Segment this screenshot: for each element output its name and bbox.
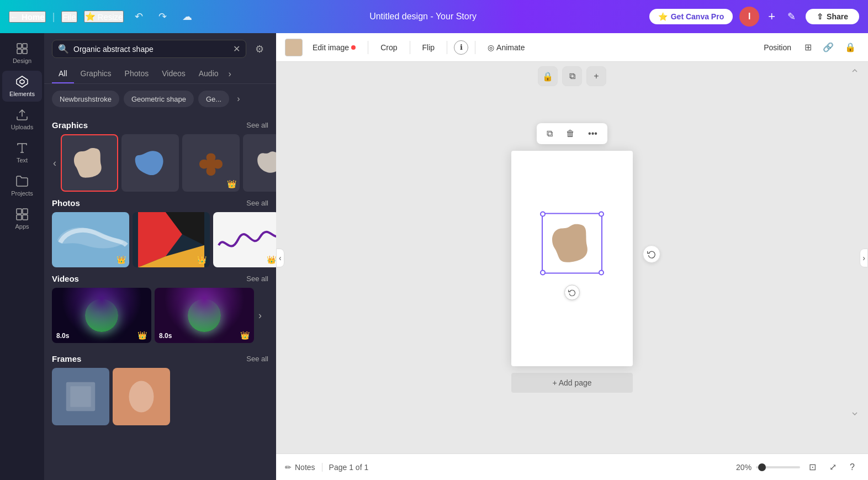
search-bar: 🔍 ✕ ⚙ [44,33,276,65]
suggestions-row: Newbrushstroke Geometric shape Ge... › [44,84,276,114]
tab-photos[interactable]: Photos [118,65,156,83]
video-item-1[interactable]: 8.0s 👑 [52,288,151,343]
sidebar-item-design[interactable]: Design [2,38,42,68]
search-clear-button[interactable]: ✕ [233,44,240,54]
flip-button[interactable]: Flip [417,40,441,55]
canvas-top-controls: 🔒 ⧉ + [538,66,606,86]
premium-crown-photo-2: 👑 [197,255,207,264]
get-canva-pro-button[interactable]: ⭐ Get Canva Pro [649,9,733,24]
expand-right-button[interactable]: › [860,249,868,267]
handle-bottom-left[interactable] [540,270,546,275]
edit-image-button[interactable]: Edit image [307,40,361,55]
photo-item-2[interactable]: 👑 [133,212,210,267]
file-button[interactable]: File [61,11,77,23]
story-canvas[interactable] [511,151,633,366]
sidebar-item-elements[interactable]: Elements [2,71,42,102]
sidebar-item-apps[interactable]: Apps [2,203,42,234]
sidebar-item-uploads[interactable]: Uploads [2,104,42,135]
delete-float-button[interactable]: 🗑 [562,126,579,141]
handle-top-left[interactable] [540,211,546,217]
premium-crown-photo-1: 👑 [117,255,126,264]
copy-float-button[interactable]: ⧉ [542,126,557,141]
sidebar-item-text[interactable]: Text [2,137,42,168]
user-avatar[interactable]: I [739,7,759,27]
grid-view-button[interactable]: ⊞ [801,39,815,56]
search-filter-button[interactable]: ⚙ [251,41,268,57]
videos-see-all-button[interactable]: See all [246,275,268,283]
lock-button[interactable]: 🔒 [841,39,859,56]
color-picker[interactable] [285,39,303,56]
crop-button[interactable]: Crop [375,40,403,55]
frames-see-all-button[interactable]: See all [246,355,268,363]
analytics-button[interactable]: ✎ [784,10,799,23]
svg-rect-3 [23,49,27,54]
suggestion-geometric[interactable]: Geometric shape [124,91,194,107]
help-button[interactable]: ? [845,460,859,474]
sidebar-item-projects[interactable]: Projects [2,170,42,201]
undo-button[interactable]: ↶ [130,8,147,25]
lock-canvas-icon[interactable]: 🔒 [538,66,558,86]
cloud-save-button[interactable]: ☁ [178,8,197,25]
search-input[interactable] [73,45,229,54]
suggestions-arrow[interactable]: › [234,91,243,107]
svg-rect-2 [17,49,22,54]
frame-item-2[interactable] [113,368,170,425]
info-button[interactable]: ℹ [454,40,468,55]
rotate-outside-button[interactable] [643,245,660,263]
chevron-down-button[interactable] [850,409,859,420]
collapse-panel-button[interactable]: ‹ [276,249,284,267]
share-button[interactable]: ⇧ Share [806,9,859,24]
toolbar-separator-2 [410,41,410,54]
canvas-toolbar: Edit image Crop Flip ℹ ◎ Animate Positio… [276,33,868,62]
resize-button[interactable]: ⭐ Resize [84,10,124,23]
handle-bottom-right[interactable] [599,270,604,275]
graphic-item-3[interactable]: 👑 [182,134,240,192]
add-element-icon[interactable]: + [586,66,606,86]
tabs-more-button[interactable]: › [225,65,235,83]
home-button[interactable]: ← Home [9,11,46,23]
photos-see-all-button[interactable]: See all [246,199,268,207]
chevron-up-button[interactable] [850,66,859,77]
animate-button[interactable]: ◎ Animate [482,40,530,55]
tab-audio[interactable]: Audio [192,65,225,83]
fullscreen-button[interactable]: ⤢ [825,460,841,474]
link-button[interactable]: 🔗 [819,39,837,56]
svg-rect-10 [23,209,28,214]
tab-graphics[interactable]: Graphics [74,65,118,83]
graphic-item-4[interactable] [243,134,276,192]
svg-marker-4 [17,76,28,87]
top-navigation: ← Home | File ⭐ Resize ↶ ↷ ☁ Untitled de… [0,0,868,33]
graphic-item-2[interactable] [121,134,179,192]
premium-crown-3: 👑 [227,180,236,188]
video-item-2[interactable]: 8.0s 👑 [155,288,254,343]
notes-button[interactable]: ✏ Notes [285,463,315,472]
suggestion-newbrushstroke[interactable]: Newbrushstroke [52,91,119,107]
fit-page-button[interactable]: ⊡ [805,460,821,474]
photo-item-1[interactable]: 👑 [52,212,129,267]
copy-canvas-icon[interactable]: ⧉ [562,66,582,86]
toolbar-separator-1 [368,41,368,54]
handle-top-right[interactable] [599,211,604,217]
add-button[interactable]: + [766,9,777,24]
videos-title: Videos [52,274,79,283]
frames-section-header: Frames See all [52,347,268,368]
photo-item-3[interactable]: 👑 [213,212,276,267]
photos-grid: 👑 👑 👑 › [52,212,268,267]
tab-all[interactable]: All [52,65,74,83]
position-button[interactable]: Position [758,40,797,55]
frame-item-1[interactable] [52,368,109,425]
frames-title: Frames [52,354,81,363]
rotate-handle-bottom[interactable] [564,284,580,300]
svg-marker-5 [20,80,24,84]
tab-videos[interactable]: Videos [155,65,192,83]
more-float-button[interactable]: ••• [584,126,602,141]
add-page-button[interactable]: + Add page [511,373,633,393]
graphic-item-1[interactable] [61,134,118,192]
videos-next-button[interactable]: › [257,310,263,321]
zoom-slider[interactable] [756,466,800,468]
suggestion-more[interactable]: Ge... [198,91,229,107]
video-duration-1: 8.0s [56,332,69,340]
redo-button[interactable]: ↷ [154,8,171,25]
graphics-see-all-button[interactable]: See all [246,121,268,129]
graphics-prev-button[interactable]: ‹ [52,157,57,169]
